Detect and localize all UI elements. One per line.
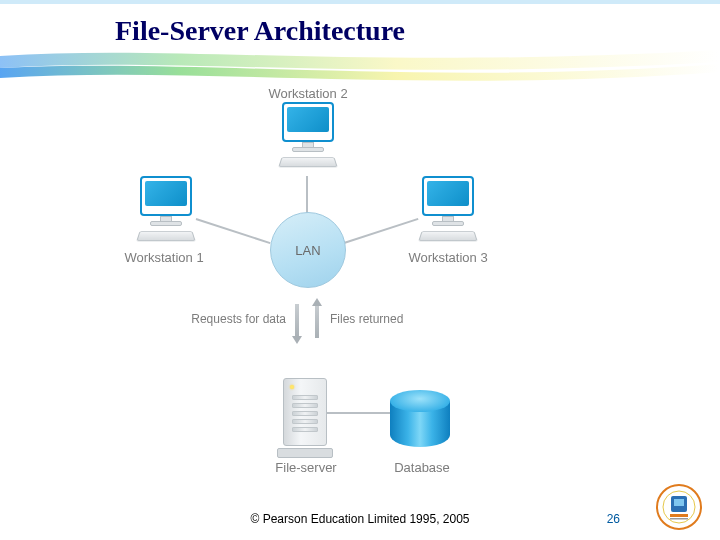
workstation-2	[272, 102, 344, 172]
svg-rect-6	[670, 518, 688, 520]
connection-ws3-lan	[344, 218, 419, 244]
lan-label: LAN	[295, 243, 320, 258]
architecture-diagram: LAN Workstation 1 Workstation 2 Workstat…	[100, 90, 520, 470]
lan-node: LAN	[270, 212, 346, 288]
arrow-request-down	[292, 298, 302, 344]
database	[390, 390, 450, 452]
connection-server-db	[326, 412, 390, 414]
workstation-1	[130, 176, 202, 246]
request-label: Requests for data	[176, 312, 286, 326]
svg-rect-5	[670, 514, 688, 517]
computer-icon	[422, 176, 474, 216]
slide: File-Server Architecture LAN Workstation…	[0, 0, 720, 540]
workstation-3-label: Workstation 3	[398, 250, 498, 265]
workstation-3	[412, 176, 484, 246]
server-icon	[283, 378, 327, 446]
computer-icon	[140, 176, 192, 216]
workstation-2-label: Workstation 2	[258, 86, 358, 101]
workstation-1-label: Workstation 1	[114, 250, 214, 265]
connection-ws1-lan	[196, 218, 271, 244]
return-label: Files returned	[330, 312, 450, 326]
computer-icon	[282, 102, 334, 142]
svg-rect-0	[0, 0, 720, 4]
connection-ws2-lan	[306, 176, 308, 216]
page-number: 26	[607, 512, 620, 526]
database-label: Database	[372, 460, 472, 475]
fileserver-label: File-server	[256, 460, 356, 475]
svg-rect-4	[674, 499, 684, 506]
arrow-return-up	[312, 298, 322, 344]
file-server	[283, 378, 327, 452]
organization-logo	[656, 484, 702, 530]
page-title: File-Server Architecture	[115, 15, 405, 47]
